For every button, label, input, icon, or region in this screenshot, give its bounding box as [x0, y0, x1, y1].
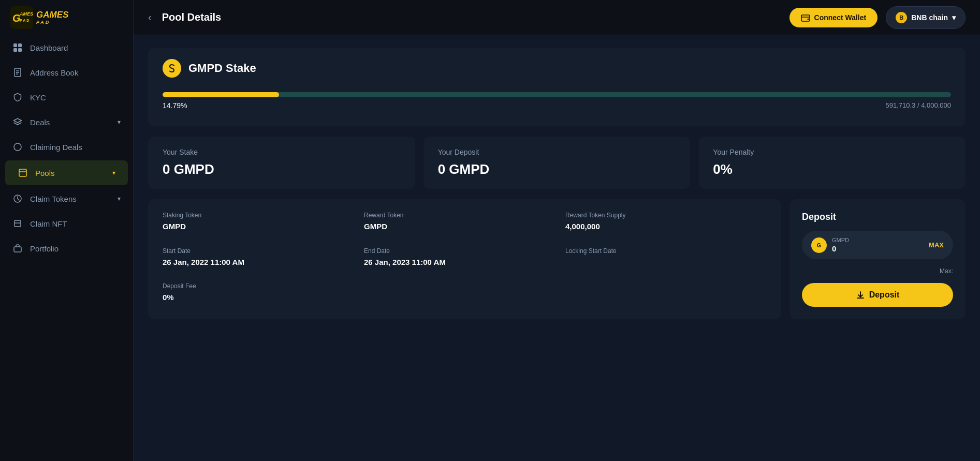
progress-percentage: 14.79% — [163, 101, 187, 110]
svg-point-19 — [807, 18, 809, 20]
sidebar-item-label: Address Book — [30, 68, 78, 77]
svg-rect-7 — [18, 48, 22, 52]
briefcase-icon — [12, 243, 23, 254]
svg-rect-13 — [19, 169, 26, 176]
detail-locking-start: Locking Start Date — [565, 247, 767, 272]
detail-start-date: Start Date 26 Jan, 2022 11:00 AM — [163, 247, 364, 272]
detail-deposit-fee: Deposit Fee 0% — [163, 282, 364, 307]
svg-rect-4 — [13, 43, 17, 47]
shield-icon — [12, 92, 23, 102]
stats-row: Your Stake 0 GMPD Your Deposit 0 GMPD Yo… — [148, 137, 966, 189]
svg-text:G: G — [817, 243, 821, 248]
sidebar-item-kyc[interactable]: KYC — [0, 85, 133, 110]
deposit-max-button[interactable]: MAX — [929, 241, 944, 249]
connect-wallet-button[interactable]: Connect Wallet — [789, 8, 878, 27]
sidebar: G AMES PAD GAMES PAD Dashboard Address B… — [0, 0, 134, 461]
pool-icon — [163, 59, 181, 78]
pool-title-row: GMPD Stake — [163, 59, 951, 78]
deposit-input-row[interactable]: G GMPD MAX — [802, 231, 953, 259]
chevron-down-icon: ▾ — [118, 118, 121, 126]
sidebar-item-label: Claim Tokens — [30, 195, 77, 203]
stat-label-penalty: Your Penalty — [713, 148, 951, 156]
stat-card-stake: Your Stake 0 GMPD — [148, 137, 415, 189]
grid-icon — [12, 42, 23, 53]
svg-rect-17 — [14, 247, 21, 252]
deposit-button[interactable]: Deposit — [802, 283, 953, 307]
detail-reward-supply: Reward Token Supply 4,000,000 — [565, 212, 767, 236]
detail-reward-token: Reward Token GMPD — [364, 212, 565, 236]
deposit-card: Deposit G GMPD MAX Max: Deposit — [789, 199, 966, 319]
content-area: GMPD Stake 14.79% 591,710.3 / 4,000,000 … — [134, 35, 980, 461]
sidebar-item-label: Portfolio — [30, 244, 58, 253]
sidebar-item-label: KYC — [30, 93, 46, 102]
chevron-down-icon: ▾ — [112, 169, 115, 176]
bnb-icon: B — [896, 12, 907, 23]
detail-end-date: End Date 26 Jan, 2023 11:00 AM — [364, 247, 565, 272]
deposit-input-content: GMPD — [832, 237, 924, 253]
stat-value-stake: 0 GMPD — [163, 161, 401, 177]
stat-card-penalty: Your Penalty 0% — [698, 137, 966, 189]
svg-rect-5 — [18, 43, 22, 47]
logo: G AMES PAD GAMES PAD — [0, 0, 133, 35]
pool-name: GMPD Stake — [188, 62, 256, 75]
svg-rect-16 — [14, 220, 21, 227]
bottom-row: Staking Token GMPD Reward Token GMPD Rew… — [148, 199, 966, 319]
sidebar-item-claim-tokens[interactable]: Claim Tokens ▾ — [0, 186, 133, 211]
sidebar-item-label: Claim NFT — [30, 219, 67, 228]
layers-icon — [12, 117, 23, 127]
page-title: Pool Details — [162, 11, 781, 23]
sidebar-item-label: Pools — [35, 169, 55, 177]
svg-rect-6 — [13, 48, 17, 52]
pool-header-card: GMPD Stake 14.79% 591,710.3 / 4,000,000 — [148, 48, 966, 126]
detail-staking-token: Staking Token GMPD — [163, 212, 364, 236]
deposit-token-icon: G — [811, 237, 827, 253]
details-card: Staking Token GMPD Reward Token GMPD Rew… — [148, 199, 781, 319]
stat-label-stake: Your Stake — [163, 148, 401, 156]
stat-value-penalty: 0% — [713, 161, 951, 177]
header: ‹ Pool Details Connect Wallet B BNB chai… — [134, 0, 980, 35]
sidebar-item-label: Deals — [30, 118, 50, 127]
svg-point-12 — [14, 143, 21, 151]
connect-wallet-label: Connect Wallet — [814, 13, 867, 22]
box-icon — [18, 168, 28, 178]
bnb-chain-label: BNB chain — [911, 13, 948, 22]
stat-value-deposit: 0 GMPD — [438, 161, 676, 177]
deposit-button-label: Deposit — [869, 290, 900, 300]
circle-icon — [12, 142, 23, 152]
deposit-title: Deposit — [802, 212, 953, 222]
stat-label-deposit: Your Deposit — [438, 148, 676, 156]
sidebar-item-portfolio[interactable]: Portfolio — [0, 236, 133, 261]
logo-top: GAMES — [36, 10, 68, 20]
svg-text:AMES: AMES — [19, 11, 33, 17]
progress-labels: 14.79% 591,710.3 / 4,000,000 — [163, 101, 951, 110]
back-button[interactable]: ‹ — [148, 11, 152, 23]
progress-value: 591,710.3 / 4,000,000 — [885, 101, 951, 110]
sidebar-item-claim-nft[interactable]: Claim NFT — [0, 211, 133, 236]
deposit-max-label: Max: — [802, 267, 953, 275]
svg-text:PAD: PAD — [20, 19, 30, 22]
deposit-amount-input[interactable] — [832, 244, 924, 253]
sidebar-item-dashboard[interactable]: Dashboard — [0, 35, 133, 60]
book-icon — [12, 67, 23, 78]
sidebar-item-address-book[interactable]: Address Book — [0, 60, 133, 85]
stat-card-deposit: Your Deposit 0 GMPD — [423, 137, 691, 189]
sidebar-item-pools[interactable]: Pools ▾ — [5, 160, 128, 185]
svg-rect-18 — [801, 15, 810, 21]
layers2-icon — [12, 218, 23, 229]
chevron-down-icon: ▾ — [952, 13, 956, 22]
sidebar-item-label: Dashboard — [30, 43, 68, 52]
progress-container: 14.79% 591,710.3 / 4,000,000 — [163, 92, 951, 110]
main-content: ‹ Pool Details Connect Wallet B BNB chai… — [134, 0, 980, 461]
circle2-icon — [12, 194, 23, 204]
sidebar-item-deals[interactable]: Deals ▾ — [0, 110, 133, 135]
deposit-token-label: GMPD — [832, 237, 924, 243]
progress-fill — [163, 92, 279, 97]
sidebar-item-label: Claiming Deals — [30, 143, 82, 152]
sidebar-item-claiming-deals[interactable]: Claiming Deals — [0, 135, 133, 159]
chevron-down-icon: ▾ — [118, 195, 121, 202]
logo-bottom: PAD — [36, 20, 68, 25]
progress-track — [163, 92, 951, 97]
bnb-chain-button[interactable]: B BNB chain ▾ — [886, 6, 966, 29]
